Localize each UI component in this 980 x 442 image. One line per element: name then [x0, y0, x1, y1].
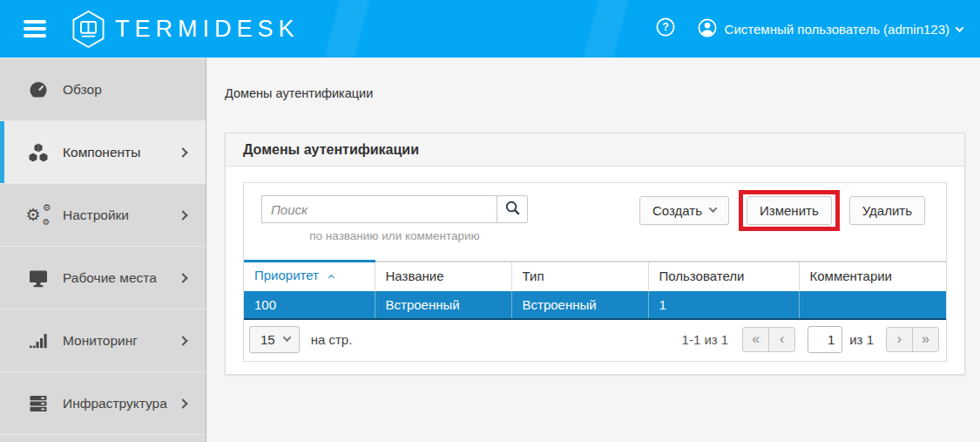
help-circle-icon: ?	[655, 17, 676, 41]
auth-domains-card: Домены аутентификации	[225, 133, 965, 375]
chevron-right-icon	[178, 210, 187, 220]
monitor-icon	[26, 268, 50, 289]
page-size-select[interactable]: 15	[249, 326, 300, 353]
components-cubes-icon	[26, 142, 50, 163]
sidebar-item-label: Обзор	[63, 82, 206, 98]
breadcrumb: Домены аутентификации	[225, 87, 965, 99]
gears-icon: ⚙⚙⚙	[26, 205, 50, 226]
brand-logo: TERMIDESK	[71, 10, 300, 49]
svg-text:?: ?	[662, 21, 669, 33]
sidebar-item-label: Рабочие места	[63, 270, 179, 286]
table-footer: 15 на стр. 1-1 из 1 « ‹ из 1	[244, 320, 946, 361]
column-label: Приоритет	[254, 268, 319, 282]
current-page-input[interactable]	[808, 326, 842, 353]
sidebar-item-overview[interactable]: Обзор	[0, 58, 206, 121]
range-label: 1-1 из 1	[682, 332, 729, 347]
sidebar-item-label: Компоненты	[63, 145, 179, 160]
chevron-right-icon	[178, 273, 187, 282]
search-hint: по названию или комментарию	[261, 229, 528, 242]
create-button[interactable]: Создать	[639, 196, 729, 225]
sidebar-item-label: Мониторинг	[63, 333, 179, 349]
table-header-row: Приоритет Название Тип Пользователи Комм…	[244, 262, 946, 291]
sort-ascending-icon	[328, 275, 335, 281]
delete-button[interactable]: Удалить	[849, 196, 925, 225]
signal-bars-icon	[26, 330, 50, 351]
main-content: Домены аутентификации Домены аутентифика…	[207, 58, 980, 442]
sidebar-item-monitoring[interactable]: Мониторинг	[0, 309, 206, 372]
prev-page-button[interactable]: ‹	[768, 327, 795, 352]
search-icon	[504, 200, 521, 219]
auth-domains-table: Приоритет Название Тип Пользователи Комм…	[244, 260, 946, 320]
create-button-label: Создать	[652, 203, 702, 218]
column-header-name[interactable]: Название	[375, 262, 511, 291]
next-page-button[interactable]: ›	[886, 327, 913, 352]
search-input[interactable]	[261, 195, 497, 223]
cell-comments	[799, 291, 946, 319]
chevron-right-icon	[178, 147, 187, 157]
of-total-label: из 1	[849, 332, 874, 347]
first-page-button[interactable]: «	[742, 327, 769, 352]
sidebar-item-components[interactable]: Компоненты	[0, 121, 206, 184]
cell-priority: 100	[244, 291, 375, 319]
cell-type: Встроенный	[511, 291, 648, 319]
cell-name: Встроенный	[375, 291, 511, 319]
sidebar-item-label: Настройки	[63, 207, 179, 223]
card-header: Домены аутентификации	[226, 133, 964, 167]
search-button[interactable]	[497, 195, 528, 223]
per-page-label: на стр.	[311, 332, 353, 347]
chevron-down-icon	[709, 204, 718, 213]
chevron-down-icon	[282, 333, 291, 342]
server-stack-icon	[26, 393, 50, 414]
chevron-right-icon	[178, 336, 187, 345]
pagination: 1-1 из 1 « ‹ из 1 › »	[682, 326, 939, 353]
user-avatar-icon	[697, 17, 718, 41]
page-size-value: 15	[260, 332, 275, 347]
card-title: Домены аутентификации	[243, 142, 419, 158]
hexagon-logo-icon	[71, 10, 106, 49]
app-root: TERMIDESK ?	[0, 0, 980, 442]
column-header-priority[interactable]: Приоритет	[244, 262, 375, 291]
column-header-type[interactable]: Тип	[511, 262, 648, 291]
auth-domains-panel: по названию или комментарию Создать Изме…	[243, 182, 947, 362]
column-header-comments[interactable]: Комментарии	[799, 262, 946, 291]
dashboard-icon	[26, 79, 50, 100]
sidebar-item-infrastructure[interactable]: Инфраструктура	[0, 372, 206, 435]
sidebar-item-settings[interactable]: ⚙⚙⚙ Настройки	[0, 184, 206, 247]
user-menu[interactable]: Системный пользователь (admin123)	[697, 17, 963, 41]
sidebar: Обзор Компоненты ⚙⚙⚙ Настройки	[0, 58, 206, 442]
user-menu-label: Системный пользователь (admin123)	[725, 22, 950, 37]
table-row-selected[interactable]: 100 Встроенный Встроенный 1	[244, 291, 946, 319]
sidebar-item-label: Инфраструктура	[63, 396, 179, 411]
sidebar-item-workplaces[interactable]: Рабочие места	[0, 247, 206, 309]
top-header: TERMIDESK ?	[0, 0, 980, 58]
chevron-down-icon	[956, 24, 964, 32]
edit-button[interactable]: Изменить	[747, 196, 832, 225]
help-button[interactable]: ?	[655, 17, 676, 41]
logo-wordmark: TERMIDESK	[115, 16, 300, 43]
cell-users: 1	[648, 291, 799, 319]
chevron-right-icon	[178, 398, 187, 408]
toolbar: по названию или комментарию Создать Изме…	[244, 183, 946, 260]
hamburger-menu-icon[interactable]	[24, 17, 46, 41]
last-page-button[interactable]: »	[912, 327, 939, 352]
column-header-users[interactable]: Пользователи	[648, 262, 799, 291]
